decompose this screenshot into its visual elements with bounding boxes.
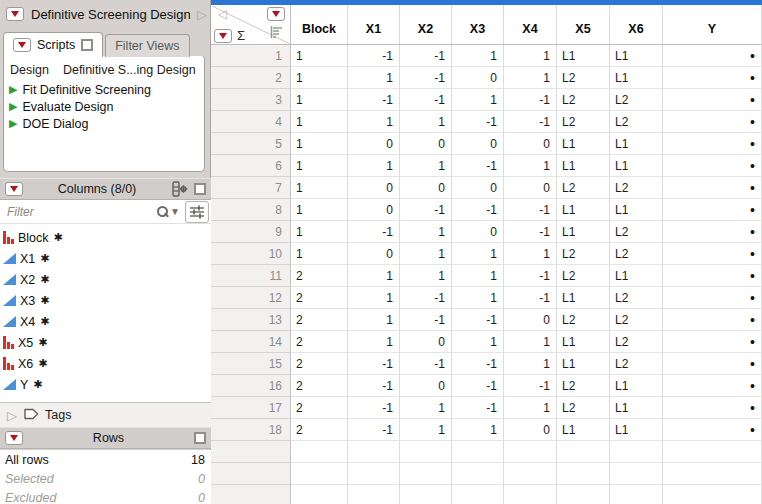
cell[interactable]: 1 bbox=[452, 45, 504, 67]
cell[interactable]: • bbox=[663, 353, 762, 375]
summation-control[interactable]: Σ bbox=[214, 28, 245, 43]
cell[interactable]: L1 bbox=[557, 353, 610, 375]
cell[interactable]: L2 bbox=[557, 397, 610, 419]
column-list-item[interactable]: X5✱ bbox=[0, 332, 211, 353]
cell[interactable]: L1 bbox=[557, 419, 610, 441]
cell[interactable]: 1 bbox=[291, 177, 348, 199]
cell[interactable]: -1 bbox=[400, 353, 452, 375]
empty-cell[interactable] bbox=[452, 463, 504, 485]
cell[interactable]: • bbox=[663, 287, 762, 309]
cell[interactable]: L2 bbox=[610, 331, 663, 353]
cell[interactable]: L1 bbox=[610, 67, 663, 89]
cell[interactable]: L1 bbox=[557, 199, 610, 221]
panel-square-icon[interactable] bbox=[194, 183, 206, 195]
row-number[interactable]: 13 bbox=[211, 309, 291, 331]
column-list-item[interactable]: X3✱ bbox=[0, 290, 211, 311]
cell[interactable]: L1 bbox=[557, 287, 610, 309]
cell[interactable]: -1 bbox=[400, 309, 452, 331]
column-list-item[interactable]: X1✱ bbox=[0, 248, 211, 269]
cell[interactable]: L1 bbox=[610, 265, 663, 287]
cell[interactable]: • bbox=[663, 397, 762, 419]
cell[interactable]: 1 bbox=[504, 243, 557, 265]
row-number[interactable]: 8 bbox=[211, 199, 291, 221]
cell[interactable]: L1 bbox=[610, 45, 663, 67]
cell[interactable]: -1 bbox=[348, 353, 400, 375]
cell[interactable]: 1 bbox=[400, 155, 452, 177]
cell[interactable]: 2 bbox=[291, 265, 348, 287]
empty-cell[interactable] bbox=[400, 463, 452, 485]
cell[interactable]: L1 bbox=[610, 419, 663, 441]
red-triangle-menu-icon[interactable] bbox=[6, 7, 24, 21]
empty-cell[interactable] bbox=[400, 441, 452, 463]
cell[interactable]: 1 bbox=[291, 243, 348, 265]
cell[interactable]: 0 bbox=[504, 177, 557, 199]
cell[interactable]: 2 bbox=[291, 331, 348, 353]
cell[interactable]: 2 bbox=[291, 287, 348, 309]
cell[interactable]: 0 bbox=[452, 177, 504, 199]
column-header-x3[interactable]: X3 bbox=[452, 5, 504, 44]
cell[interactable]: • bbox=[663, 199, 762, 221]
cell[interactable]: -1 bbox=[400, 89, 452, 111]
cell[interactable]: L1 bbox=[610, 155, 663, 177]
empty-cell[interactable] bbox=[452, 485, 504, 504]
empty-cell[interactable] bbox=[557, 441, 610, 463]
cell[interactable]: • bbox=[663, 265, 762, 287]
expand-right-icon[interactable]: ▷ bbox=[7, 409, 17, 422]
cell[interactable]: • bbox=[663, 243, 762, 265]
run-script-icon[interactable]: ▶ bbox=[9, 101, 17, 112]
empty-cell[interactable] bbox=[557, 463, 610, 485]
cell[interactable]: L2 bbox=[610, 287, 663, 309]
cell[interactable]: 2 bbox=[291, 419, 348, 441]
cell[interactable]: 1 bbox=[400, 111, 452, 133]
search-icon[interactable] bbox=[155, 205, 169, 219]
column-header-x2[interactable]: X2 bbox=[400, 5, 452, 44]
cell[interactable]: L1 bbox=[557, 331, 610, 353]
cell[interactable]: 1 bbox=[348, 265, 400, 287]
cell[interactable]: L2 bbox=[610, 111, 663, 133]
cell[interactable]: L1 bbox=[610, 397, 663, 419]
column-header-x6[interactable]: X6 bbox=[610, 5, 663, 44]
red-triangle-menu-icon[interactable] bbox=[5, 182, 23, 196]
cell[interactable]: L2 bbox=[557, 243, 610, 265]
panel-square-icon[interactable] bbox=[81, 39, 93, 51]
cell[interactable]: -1 bbox=[400, 67, 452, 89]
cell[interactable]: 0 bbox=[400, 375, 452, 397]
row-number[interactable]: 15 bbox=[211, 353, 291, 375]
column-list-item[interactable]: X4✱ bbox=[0, 311, 211, 332]
cell[interactable]: 0 bbox=[348, 177, 400, 199]
red-triangle-menu-icon[interactable] bbox=[5, 431, 23, 445]
cell[interactable]: 1 bbox=[348, 155, 400, 177]
row-number[interactable]: 9 bbox=[211, 221, 291, 243]
empty-cell[interactable] bbox=[663, 441, 762, 463]
cell[interactable]: 1 bbox=[400, 243, 452, 265]
cell[interactable]: -1 bbox=[504, 89, 557, 111]
cell[interactable]: -1 bbox=[452, 353, 504, 375]
column-header-y[interactable]: Y bbox=[663, 5, 762, 44]
empty-cell[interactable] bbox=[504, 463, 557, 485]
cell[interactable]: L2 bbox=[557, 89, 610, 111]
row-number[interactable]: 7 bbox=[211, 177, 291, 199]
empty-cell[interactable] bbox=[291, 463, 348, 485]
cell[interactable]: 1 bbox=[504, 331, 557, 353]
cell[interactable]: L2 bbox=[610, 221, 663, 243]
cell[interactable]: 2 bbox=[291, 375, 348, 397]
cell[interactable]: L2 bbox=[557, 67, 610, 89]
cell[interactable]: 0 bbox=[400, 133, 452, 155]
cell[interactable]: 0 bbox=[400, 331, 452, 353]
cell[interactable]: • bbox=[663, 221, 762, 243]
empty-cell[interactable] bbox=[291, 485, 348, 504]
script-item[interactable]: ▶Evaluate Design bbox=[8, 98, 200, 115]
cell[interactable]: 2 bbox=[291, 397, 348, 419]
cell[interactable]: -1 bbox=[348, 397, 400, 419]
cell[interactable]: 1 bbox=[400, 221, 452, 243]
cell[interactable]: -1 bbox=[400, 199, 452, 221]
row-number[interactable]: 6 bbox=[211, 155, 291, 177]
cell[interactable]: -1 bbox=[348, 45, 400, 67]
column-list-item[interactable]: X6✱ bbox=[0, 353, 211, 374]
cell[interactable]: 2 bbox=[291, 353, 348, 375]
cell[interactable]: • bbox=[663, 89, 762, 111]
column-order-icon[interactable] bbox=[270, 24, 284, 42]
cell[interactable]: 1 bbox=[291, 111, 348, 133]
cell[interactable]: 0 bbox=[504, 419, 557, 441]
cell[interactable]: -1 bbox=[452, 309, 504, 331]
